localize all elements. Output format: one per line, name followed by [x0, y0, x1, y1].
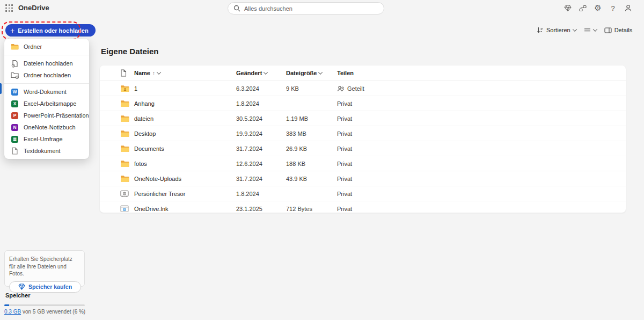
file-size: 712 Bytes [286, 206, 337, 212]
modified-date: 23.1.2025 [236, 206, 286, 212]
folder-shared-icon [100, 85, 134, 92]
storage-promo-card: Erhalten Sie Speicherplatz für alle Ihre… [4, 250, 85, 287]
file-name[interactable]: fotos [134, 161, 236, 167]
buy-storage-button[interactable]: Speicher kaufen [9, 281, 81, 293]
column-header-size[interactable]: Dateigröße [286, 70, 337, 76]
sharing-status[interactable]: Privat [337, 146, 626, 152]
settings-gear-icon[interactable]: ⚙ [594, 4, 602, 12]
premium-gem-icon[interactable] [564, 4, 572, 12]
table-row-desktop[interactable]: Desktop19.9.2024383 MBPrivat [100, 126, 626, 141]
menu-item-label: Word-Dokument [24, 89, 67, 95]
menu-item-label: Excel-Umfrage [24, 136, 63, 142]
file-upload-icon [11, 60, 19, 68]
file-type-column-icon[interactable] [100, 69, 134, 77]
org-chart-icon[interactable] [579, 4, 587, 12]
file-name[interactable]: Desktop [134, 130, 236, 137]
modified-date: 1.8.2024 [236, 100, 286, 107]
folder-icon [100, 145, 134, 152]
table-row-documents[interactable]: Documents31.7.202426.9 KBPrivat [100, 141, 626, 156]
app-launcher-icon[interactable] [5, 4, 13, 12]
app-onenote-icon: N [11, 124, 19, 131]
menu-item-label: Excel-Arbeitsmappe [24, 100, 76, 107]
create-menu: OrdnerDateien hochladenOrdner hochladenW… [4, 39, 89, 159]
table-row-dateien[interactable]: dateien30.5.20241.19 MBPrivat [100, 111, 626, 126]
file-name[interactable]: OneDrive.lnk [134, 206, 236, 212]
create-or-upload-button[interactable]: + Erstellen oder hochladen [5, 24, 96, 37]
sort-icon [537, 27, 544, 33]
storage-heading: Speicher [5, 292, 30, 299]
sharing-label: Privat [337, 191, 352, 197]
folder-icon [100, 115, 134, 122]
menu-item-word-dokument[interactable]: WWord-Dokument [4, 86, 89, 98]
sharing-status[interactable]: Privat [337, 191, 626, 197]
sharing-status[interactable]: Privat [337, 176, 626, 182]
shared-people-icon [337, 85, 345, 92]
table-header: Name ↑ Geändert Dateigröße Teilen [100, 66, 626, 81]
app-forms-icon: ≣ [11, 136, 19, 143]
menu-item-powerpoint-pr-sentation[interactable]: PPowerPoint-Präsentation [4, 110, 89, 121]
menu-item-dateien-hochladen[interactable]: Dateien hochladen [4, 57, 89, 69]
sort-button[interactable]: Sortieren [537, 27, 576, 33]
table-row-fotos[interactable]: fotos12.6.2024188 KBPrivat [100, 156, 626, 171]
table-row-1[interactable]: 16.3.20249 KBGeteilt [100, 81, 626, 96]
sharing-label: Privat [337, 100, 352, 107]
view-options-button[interactable] [584, 27, 597, 33]
menu-item-textdokument[interactable]: Textdokument [4, 145, 89, 157]
search-input[interactable]: Alles durchsuchen [228, 2, 384, 14]
storage-usage-link[interactable]: 0.3 GB [4, 309, 21, 315]
file-name[interactable]: Persönlicher Tresor [134, 191, 236, 197]
menu-item-label: Ordner hochladen [24, 72, 71, 78]
sort-ascending-icon: ↑ [152, 70, 155, 76]
menu-item-excel-umfrage[interactable]: ≣Excel-Umfrage [4, 133, 89, 145]
table-row-anhang[interactable]: Anhang1.8.2024Privat [100, 96, 626, 111]
app-word-icon: W [11, 89, 19, 96]
sidebar-selection-indicator [0, 83, 2, 94]
sharing-status[interactable]: Geteilt [337, 85, 626, 92]
view-toolbar: Sortieren Details [537, 25, 623, 35]
column-header-modified[interactable]: Geändert [236, 70, 286, 76]
sharing-status[interactable]: Privat [337, 100, 626, 107]
top-bar: OneDrive Alles durchsuchen ⚙ ? [0, 0, 644, 16]
file-name[interactable]: Anhang [134, 100, 236, 107]
table-body: 16.3.20249 KBGeteiltAnhang1.8.2024Privat… [100, 81, 626, 213]
folder-upload-icon [11, 71, 19, 79]
table-row-onenote-uploads[interactable]: OneNote-Uploads31.7.202443.9 KBPrivat [100, 171, 626, 186]
menu-item-excel-arbeitsmappe[interactable]: XExcel-Arbeitsmappe [4, 98, 89, 110]
sharing-status[interactable]: Privat [337, 115, 626, 122]
modified-date: 30.5.2024 [236, 115, 286, 122]
file-name[interactable]: 1 [134, 85, 236, 92]
table-row-pers-nlicher-tresor[interactable]: Persönlicher Tresor1.8.2024Privat [100, 186, 626, 201]
menu-item-ordner[interactable]: Ordner [4, 41, 89, 53]
details-button[interactable]: Details [604, 27, 633, 33]
sharing-label: Privat [337, 115, 352, 122]
sharing-status[interactable]: Privat [337, 130, 626, 137]
chevron-down-icon [572, 27, 576, 31]
storage-promo-text: Erhalten Sie Speicherplatz für alle Ihre… [9, 256, 80, 278]
premium-gem-icon [18, 283, 25, 290]
folder-icon [100, 175, 134, 183]
menu-item-label: Textdokument [24, 148, 60, 154]
storage-progress-bar [4, 304, 85, 306]
sharing-status[interactable]: Privat [337, 161, 626, 167]
file-name[interactable]: OneNote-Uploads [134, 176, 236, 182]
sharing-status[interactable]: Privat [337, 206, 626, 212]
menu-item-ordner-hochladen[interactable]: Ordner hochladen [4, 69, 89, 81]
plus-icon: + [10, 27, 14, 34]
modified-date: 6.3.2024 [236, 85, 286, 92]
folder-icon [11, 43, 19, 50]
column-header-name[interactable]: Name ↑ [134, 70, 236, 76]
folder-icon [100, 130, 134, 137]
file-name[interactable]: Documents [134, 146, 236, 152]
modified-date: 31.7.2024 [236, 146, 286, 152]
folder-icon [100, 160, 134, 168]
account-icon[interactable] [624, 4, 632, 12]
help-icon[interactable]: ? [609, 4, 617, 12]
table-row-onedrive-lnk[interactable]: OneDrive.lnk23.1.2025712 BytesPrivat [100, 201, 626, 213]
modified-date: 12.6.2024 [236, 161, 286, 167]
storage-progress-fill [4, 304, 9, 306]
column-header-sharing[interactable]: Teilen [337, 70, 626, 76]
search-icon [233, 5, 240, 12]
file-name[interactable]: dateien [134, 115, 236, 122]
menu-item-onenote-notizbuch[interactable]: NOneNote-Notizbuch [4, 121, 89, 133]
chevron-down-icon [157, 70, 161, 74]
